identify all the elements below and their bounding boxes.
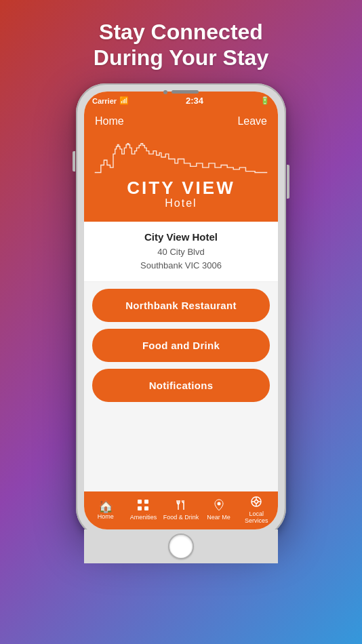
svg-point-9 [255, 500, 258, 504]
city-skyline-icon [92, 142, 270, 176]
food-tab-icon [175, 499, 187, 513]
status-time: 2:34 [186, 96, 203, 106]
tab-amenities[interactable]: Amenities [125, 499, 163, 521]
hero-section: CITY VIEW Hotel [84, 135, 278, 222]
tab-home[interactable]: 🏠 Home [87, 500, 125, 521]
phone-top-notch [163, 90, 199, 94]
svg-rect-2 [138, 506, 142, 510]
status-bar: Carrier 📶 2:34 🔋 [84, 92, 278, 110]
hotel-name: CITY VIEW [127, 178, 235, 198]
battery-icon: 🔋 [260, 96, 270, 105]
tab-near-me-label: Near Me [207, 515, 230, 521]
nav-title: Home [95, 115, 124, 127]
tab-amenities-label: Amenities [130, 515, 157, 521]
restaurant-button[interactable]: Northbank Restaurant [92, 289, 270, 322]
hotel-info-address: 40 City Blvd Southbank VIC 3006 [92, 245, 270, 272]
food-drink-button[interactable]: Food and Drink [92, 329, 270, 362]
tab-local-services[interactable]: Local Services [237, 496, 275, 525]
home-button[interactable] [168, 534, 194, 559]
tab-near-me[interactable]: Near Me [200, 499, 238, 521]
nav-bar: Home Leave [84, 110, 278, 135]
svg-rect-0 [138, 500, 142, 504]
amenities-tab-icon [137, 499, 149, 513]
hotel-info-card: City View Hotel 40 City Blvd Southbank V… [84, 222, 278, 282]
phone-shell: Carrier 📶 2:34 🔋 Home Leave CITY VIEW Ho… [76, 83, 286, 538]
svg-rect-1 [144, 500, 148, 504]
hotel-info-name: City View Hotel [92, 231, 270, 243]
tab-food-label: Food & Drink [163, 515, 199, 521]
status-right: 🔋 [260, 96, 270, 105]
tab-food-drink[interactable]: Food & Drink [162, 499, 200, 521]
home-tab-icon: 🏠 [98, 500, 113, 512]
near-me-tab-icon [214, 499, 224, 513]
speaker-slot [172, 90, 199, 94]
menu-buttons-list: Northbank Restaurant Food and Drink Noti… [84, 282, 278, 409]
camera-dot [163, 90, 167, 94]
svg-point-7 [217, 502, 220, 506]
tab-home-label: Home [98, 514, 114, 521]
carrier-text: Carrier [92, 97, 117, 105]
headline-text: Stay Connected During Your Stay [80, 0, 282, 83]
tab-bar: 🏠 Home Amenities [84, 491, 278, 529]
wifi-icon: 📶 [119, 96, 129, 105]
home-button-area [84, 529, 278, 563]
svg-rect-3 [144, 506, 148, 510]
phone-screen: Carrier 📶 2:34 🔋 Home Leave CITY VIEW Ho… [84, 92, 278, 529]
tab-local-services-label: Local Services [237, 511, 275, 525]
status-left: Carrier 📶 [92, 96, 129, 105]
notifications-button[interactable]: Notifications [92, 369, 270, 402]
local-services-tab-icon [250, 496, 262, 510]
nav-leave-button[interactable]: Leave [237, 115, 267, 127]
content-area: City View Hotel 40 City Blvd Southbank V… [84, 222, 278, 491]
hotel-subtitle: Hotel [165, 197, 197, 209]
